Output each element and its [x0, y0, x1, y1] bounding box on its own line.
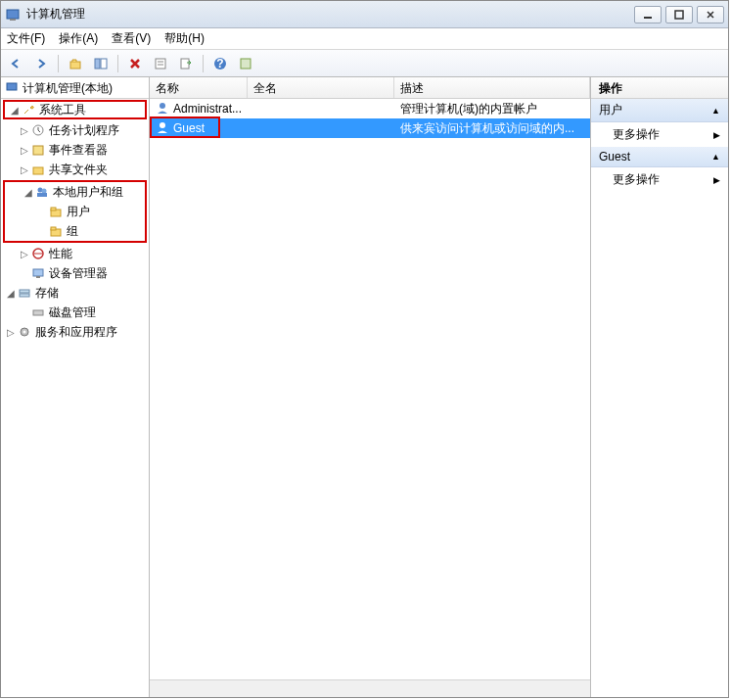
svg-rect-3 [675, 11, 683, 19]
toolbar: ? [1, 50, 728, 77]
tree-root-label: 计算机管理(本地) [23, 80, 113, 97]
event-icon [30, 142, 46, 158]
actions-group-users[interactable]: 用户 ▲ [591, 99, 728, 122]
collapse-icon[interactable]: ◢ [9, 105, 21, 116]
cell-name: Guest [173, 121, 205, 135]
col-name[interactable]: 名称 [150, 77, 248, 98]
window-title: 计算机管理 [26, 6, 630, 23]
svg-rect-6 [101, 59, 107, 69]
tree-local-users-groups[interactable]: ◢本地用户和组 [5, 182, 145, 202]
tree-event-viewer[interactable]: ▷事件查看器 [1, 140, 149, 160]
svg-rect-20 [37, 193, 47, 197]
help-button[interactable]: ? [209, 53, 231, 74]
forward-button[interactable] [30, 53, 52, 74]
user-icon [156, 101, 169, 117]
tree-groups[interactable]: 组 [5, 221, 145, 241]
titlebar: 计算机管理 [1, 1, 728, 28]
expand-icon[interactable]: ▷ [5, 327, 17, 338]
minimize-button[interactable] [634, 6, 662, 23]
actions-pane: 操作 用户 ▲ 更多操作 ▶ Guest ▲ 更多操作 ▶ [591, 77, 728, 697]
svg-rect-24 [51, 227, 56, 230]
export-button[interactable] [175, 53, 197, 74]
menu-action[interactable]: 操作(A) [59, 30, 98, 47]
computer-icon [5, 80, 19, 97]
services-icon [17, 324, 32, 340]
col-description[interactable]: 描述 [394, 77, 590, 98]
body-area: 计算机管理(本地) ◢ 系统工具 ▷任务计划程序 ▷事件查看器 ▷共享文件夹 [1, 77, 728, 697]
tree-label: 本地用户和组 [53, 184, 123, 201]
col-fullname[interactable]: 全名 [248, 77, 394, 98]
svg-rect-30 [20, 294, 29, 297]
back-button[interactable] [5, 53, 26, 74]
actions-more-1[interactable]: 更多操作 ▶ [591, 122, 728, 147]
up-button[interactable] [65, 53, 86, 74]
folder-icon [48, 204, 64, 219]
app-icon [5, 7, 21, 23]
tree-shared-folders[interactable]: ▷共享文件夹 [1, 160, 149, 179]
menu-file[interactable]: 文件(F) [7, 30, 45, 47]
cell-name: Administrat... [173, 102, 242, 116]
svg-rect-7 [156, 59, 165, 69]
tree-device-manager[interactable]: 设备管理器 [1, 263, 149, 283]
tree-root[interactable]: 计算机管理(本地) [1, 79, 149, 99]
actions-item-label: 更多操作 [613, 171, 660, 188]
actions-more-2[interactable]: 更多操作 ▶ [591, 167, 728, 192]
collapse-icon: ▲ [711, 152, 720, 162]
collapse-icon[interactable]: ◢ [23, 187, 34, 198]
svg-rect-4 [70, 62, 80, 69]
tree-system-tools[interactable]: ◢ 系统工具 [3, 100, 147, 119]
expand-icon[interactable]: ▷ [19, 249, 30, 259]
collapse-icon[interactable]: ◢ [5, 288, 17, 299]
tree-label: 任务计划程序 [49, 122, 119, 139]
tree-label: 共享文件夹 [49, 162, 108, 178]
share-icon [30, 162, 46, 177]
expand-icon[interactable]: ▷ [19, 164, 30, 175]
svg-rect-27 [33, 269, 43, 276]
list-row-selected[interactable]: Guest 供来宾访问计算机或访问域的内... [150, 118, 590, 138]
svg-rect-0 [7, 10, 19, 19]
tree-label: 用户 [67, 204, 90, 220]
tree-performance[interactable]: ▷性能 [1, 244, 149, 263]
menu-view[interactable]: 查看(V) [112, 30, 151, 47]
toolbar-separator [117, 55, 118, 72]
show-hide-button[interactable] [90, 53, 112, 74]
list-header: 名称 全名 描述 [150, 77, 590, 99]
svg-rect-29 [20, 290, 29, 293]
storage-icon [17, 285, 32, 301]
expand-icon[interactable]: ▷ [19, 125, 30, 136]
tools-icon [21, 102, 36, 117]
expand-icon[interactable]: ▷ [19, 145, 30, 156]
svg-rect-2 [644, 17, 652, 19]
delete-button[interactable] [124, 53, 146, 74]
maximize-button[interactable] [665, 6, 693, 23]
properties-button[interactable] [150, 53, 171, 74]
svg-rect-31 [33, 310, 43, 315]
tree-services-apps[interactable]: ▷服务和应用程序 [1, 322, 149, 342]
svg-point-19 [42, 189, 47, 194]
tree-storage[interactable]: ◢存储 [1, 283, 149, 303]
tree-label: 磁盘管理 [49, 304, 96, 321]
actions-header: 操作 [591, 77, 728, 99]
actions-group-label: 用户 [599, 102, 622, 118]
actions-item-label: 更多操作 [613, 126, 660, 143]
tree-label: 服务和应用程序 [35, 324, 117, 341]
svg-rect-13 [241, 59, 251, 69]
list-body: Administrat... 管理计算机(域)的内置帐户 Guest 供来宾访问… [150, 99, 590, 679]
horizontal-scrollbar[interactable] [150, 679, 590, 697]
svg-rect-14 [7, 83, 17, 90]
tree-disk-management[interactable]: 磁盘管理 [1, 303, 149, 322]
refresh-button[interactable] [235, 53, 256, 74]
tree-pane: 计算机管理(本地) ◢ 系统工具 ▷任务计划程序 ▷事件查看器 ▷共享文件夹 [1, 77, 150, 697]
svg-point-33 [23, 331, 26, 334]
tree-label: 事件查看器 [49, 142, 108, 159]
tree-task-scheduler[interactable]: ▷任务计划程序 [1, 120, 149, 140]
list-row[interactable]: Administrat... 管理计算机(域)的内置帐户 [150, 99, 590, 118]
svg-rect-17 [33, 167, 43, 174]
close-button[interactable] [697, 6, 724, 23]
device-icon [30, 265, 46, 281]
users-icon [34, 184, 50, 200]
tree-users[interactable]: 用户 [5, 202, 145, 221]
menu-help[interactable]: 帮助(H) [164, 30, 205, 47]
actions-group-guest[interactable]: Guest ▲ [591, 147, 728, 167]
svg-point-35 [160, 122, 165, 128]
